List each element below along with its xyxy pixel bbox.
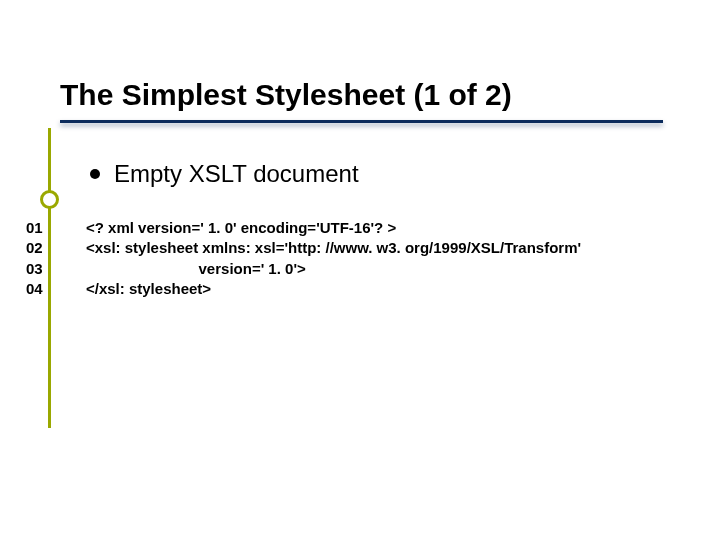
body-area: Empty XSLT document bbox=[90, 160, 690, 210]
code-row: 04 </xsl: stylesheet> bbox=[26, 279, 696, 299]
slide-title: The Simplest Stylesheet (1 of 2) bbox=[60, 78, 660, 111]
bullet-item: Empty XSLT document bbox=[90, 160, 690, 188]
code-text: version=' 1. 0'> bbox=[86, 259, 306, 279]
code-text: </xsl: stylesheet> bbox=[86, 279, 211, 299]
code-text: <xsl: stylesheet xmlns: xsl='http: //www… bbox=[86, 238, 581, 258]
line-number: 04 bbox=[26, 279, 50, 299]
bullet-dot-icon bbox=[90, 169, 100, 179]
code-block: 01 <? xml version=' 1. 0' encoding='UTF-… bbox=[26, 218, 696, 299]
line-number: 02 bbox=[26, 238, 50, 258]
line-number: 01 bbox=[26, 218, 50, 238]
code-row: 03 version=' 1. 0'> bbox=[26, 259, 696, 279]
code-text: <? xml version=' 1. 0' encoding='UTF-16'… bbox=[86, 218, 396, 238]
code-row: 01 <? xml version=' 1. 0' encoding='UTF-… bbox=[26, 218, 696, 238]
title-underline bbox=[60, 120, 663, 123]
bullet-text: Empty XSLT document bbox=[114, 160, 359, 188]
slide-title-block: The Simplest Stylesheet (1 of 2) bbox=[60, 78, 660, 111]
accent-circle-icon bbox=[40, 190, 59, 209]
slide: The Simplest Stylesheet (1 of 2) Empty X… bbox=[0, 0, 720, 540]
code-row: 02 <xsl: stylesheet xmlns: xsl='http: //… bbox=[26, 238, 696, 258]
line-number: 03 bbox=[26, 259, 50, 279]
